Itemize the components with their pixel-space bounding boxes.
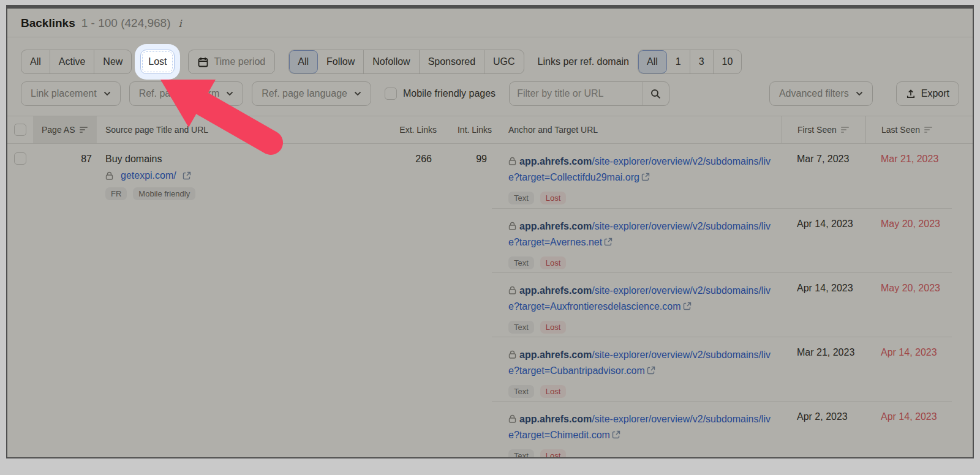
column-header-ext-links[interactable]: Ext. Links [391, 116, 437, 143]
follow-filter-sponsored[interactable]: Sponsored [420, 50, 484, 73]
external-link-icon[interactable] [683, 302, 692, 310]
target-domain[interactable]: app.ahrefs.com [519, 221, 592, 231]
last-seen-date: Apr 14, 2023 [865, 347, 952, 401]
language-badge: FR [105, 187, 127, 200]
select-all-checkbox[interactable] [14, 124, 26, 136]
export-button[interactable]: Export [896, 81, 959, 106]
status-filter-active[interactable]: Active [50, 50, 95, 73]
ref-page-language-dropdown[interactable]: Ref. page language [252, 81, 371, 106]
table-row: 87 Buy domains getexpi.com/ FR Mobile fr… [7, 144, 973, 458]
target-domain[interactable]: app.ahrefs.com [519, 285, 592, 296]
lost-status-badge: Lost [540, 256, 567, 269]
column-header-source[interactable]: Source page Title and URL [97, 116, 391, 143]
export-label: Export [921, 88, 949, 99]
follow-filter-nofollow[interactable]: Nofollow [364, 50, 419, 73]
status-filter-lost[interactable]: Lost [140, 50, 175, 74]
last-seen-date: Apr 14, 2023 [865, 411, 952, 458]
links-per-domain-group: All 1 3 10 [638, 50, 742, 74]
info-icon[interactable]: i [177, 18, 184, 29]
sort-icon [924, 127, 932, 133]
chevron-down-icon [226, 91, 233, 96]
column-header-anchor[interactable]: Anchor and Target URL [492, 116, 782, 143]
status-filter-group: All Active New [21, 50, 132, 74]
column-header-first-seen[interactable]: First Seen [782, 116, 865, 143]
column-header-last-seen[interactable]: Last Seen [865, 116, 952, 143]
anchor-entry: app.ahrefs.com/site-explorer/overview/v2… [492, 337, 952, 401]
follow-filter-follow[interactable]: Follow [318, 50, 364, 73]
ext-links-value: 266 [391, 144, 437, 165]
mobile-friendly-checkbox[interactable] [385, 88, 397, 100]
anchor-entry: app.ahrefs.com/site-explorer/overview/v2… [492, 272, 952, 337]
anchor-entry: app.ahrefs.com/site-explorer/overview/v2… [492, 208, 952, 272]
link-type-badge: Text [508, 321, 534, 334]
follow-filter-group: All Follow Nofollow Sponsored UGC [288, 50, 524, 74]
mobile-friendly-filter: Mobile friendly pages [385, 88, 496, 100]
time-period-label: Time period [214, 56, 265, 67]
first-seen-date: Mar 7, 2023 [782, 154, 865, 208]
lock-icon [508, 414, 516, 423]
anchor-entry: app.ahrefs.com/site-explorer/overview/v2… [492, 144, 952, 208]
source-page-title: Buy domains [105, 154, 391, 165]
external-link-icon[interactable] [647, 366, 655, 375]
link-placement-label: Link placement [31, 88, 97, 99]
export-icon [906, 89, 916, 99]
calendar-icon [198, 57, 208, 67]
chevron-down-icon [104, 91, 111, 96]
links-per-domain-label: Links per ref. domain [538, 56, 629, 67]
link-placement-dropdown[interactable]: Link placement [21, 81, 121, 106]
first-seen-date: Mar 21, 2023 [782, 347, 865, 401]
status-filter-new[interactable]: New [94, 50, 131, 73]
mobile-friendly-badge: Mobile friendly [133, 187, 195, 200]
int-links-value: 99 [437, 144, 492, 165]
backlinks-panel: Backlinks 1 - 100 (424,968) i All Active… [6, 5, 974, 458]
link-type-badge: Text [508, 256, 534, 269]
search-button[interactable] [642, 82, 669, 105]
anchor-entry: app.ahrefs.com/site-explorer/overview/v2… [492, 401, 952, 458]
last-seen-date: May 20, 2023 [865, 283, 952, 337]
target-domain[interactable]: app.ahrefs.com [519, 156, 592, 166]
result-range: 1 - 100 (424,968) [81, 17, 171, 30]
first-seen-date: Apr 14, 2023 [782, 219, 865, 272]
follow-filter-all[interactable]: All [289, 50, 318, 73]
links-per-domain-10[interactable]: 10 [714, 50, 742, 73]
lock-icon [508, 157, 516, 165]
target-domain[interactable]: app.ahrefs.com [519, 414, 592, 424]
lock-icon [508, 350, 516, 359]
lost-status-badge: Lost [540, 385, 567, 398]
ref-page-platform-label: Ref. page platform [139, 88, 220, 99]
advanced-filters-dropdown[interactable]: Advanced filters [769, 81, 873, 106]
lock-icon [105, 171, 113, 180]
chevron-down-icon [856, 91, 863, 96]
external-link-icon[interactable] [641, 173, 650, 181]
row-checkbox[interactable] [14, 152, 26, 165]
follow-filter-ugc[interactable]: UGC [484, 50, 524, 73]
links-per-domain-3[interactable]: 3 [690, 50, 714, 73]
first-seen-date: Apr 2, 2023 [782, 411, 865, 458]
source-page-cell: Buy domains getexpi.com/ FR Mobile frien… [97, 144, 391, 200]
filter-row-primary: All Active New Lost Time period All Foll… [21, 50, 959, 74]
last-seen-date: May 20, 2023 [865, 219, 952, 272]
first-seen-date: Apr 14, 2023 [782, 283, 865, 337]
link-type-badge: Text [508, 385, 534, 398]
target-domain[interactable]: app.ahrefs.com [519, 350, 592, 360]
time-period-button[interactable]: Time period [188, 50, 275, 74]
ref-page-language-label: Ref. page language [262, 88, 347, 99]
lost-filter-highlight: Lost [140, 50, 175, 74]
filter-row-secondary: Link placement Ref. page platform Ref. p… [21, 81, 959, 106]
source-page-url[interactable]: getexpi.com/ [121, 170, 176, 181]
page-title: Backlinks [21, 17, 75, 30]
backlinks-table: Page AS Source page Title and URL Ext. L… [7, 116, 973, 458]
mobile-friendly-label: Mobile friendly pages [403, 88, 496, 99]
column-header-page-as[interactable]: Page AS [33, 116, 97, 143]
column-header-int-links[interactable]: Int. Links [437, 116, 492, 143]
external-link-icon[interactable] [183, 171, 191, 180]
sort-icon [841, 127, 849, 133]
search-input[interactable] [510, 88, 642, 99]
lost-status-badge: Lost [540, 449, 567, 458]
status-filter-all[interactable]: All [21, 50, 50, 73]
external-link-icon[interactable] [604, 238, 612, 246]
links-per-domain-1[interactable]: 1 [667, 50, 690, 73]
external-link-icon[interactable] [612, 430, 620, 439]
links-per-domain-all[interactable]: All [638, 50, 667, 73]
ref-page-platform-dropdown[interactable]: Ref. page platform [129, 81, 244, 106]
